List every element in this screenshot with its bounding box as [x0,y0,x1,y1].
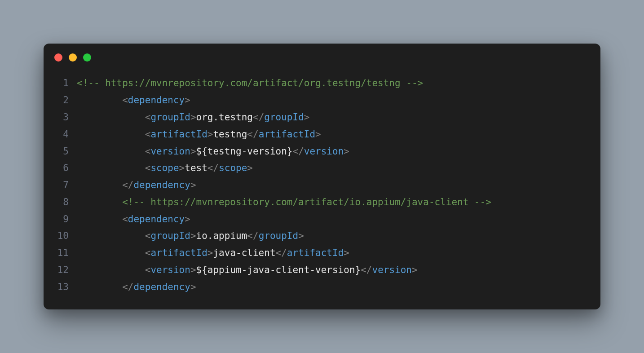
code-token: > [185,95,190,106]
code-token: artifactId [287,247,344,258]
code-token: ${testng-version} [196,146,293,157]
line-content: <artifactId>java-client</artifactId> [77,245,590,262]
code-token: dependency [133,180,190,190]
code-line: 8 <!-- https://mvnrepository.com/artifac… [54,194,590,211]
line-number: 1 [54,75,77,92]
code-token: > [344,247,349,258]
code-token: version [150,265,190,275]
code-token: test [185,163,207,173]
line-number: 8 [54,194,77,211]
line-content: <!-- https://mvnrepository.com/artifact/… [77,194,590,211]
code-token: > [190,180,196,190]
code-token: groupId [264,112,304,123]
code-token: artifactId [150,129,207,140]
code-token: version [304,146,344,157]
code-token: > [207,247,213,258]
code-line: 10 <groupId>io.appium</groupId> [54,228,590,245]
line-number: 2 [54,92,77,109]
line-content: </dependency> [77,177,590,194]
code-token: > [207,129,213,140]
code-line: 13 </dependency> [54,279,590,296]
line-content: <groupId>org.testng</groupId> [77,109,590,126]
code-token: < [145,265,151,275]
code-token: <!-- https://mvnrepository.com/artifact/… [122,197,491,207]
code-token: groupId [150,230,190,241]
code-token: testng [213,129,247,140]
code-line: 11 <artifactId>java-client</artifactId> [54,245,590,262]
code-line: 12 <version>${appium-java-client-version… [54,262,590,279]
line-number: 12 [54,262,77,279]
code-token: java-client [213,247,275,258]
code-token: > [179,163,185,173]
code-token: < [145,247,151,258]
code-token: > [315,129,321,140]
code-line: 7 </dependency> [54,177,590,194]
code-token: > [190,265,196,275]
code-token: > [344,146,349,157]
code-line: 4 <artifactId>testng</artifactId> [54,126,590,143]
code-token: < [145,230,151,241]
line-number: 5 [54,143,77,160]
code-line: 2 <dependency> [54,92,590,109]
code-token: dependency [128,214,185,225]
code-line: 1<!-- https://mvnrepository.com/artifact… [54,75,590,92]
code-token: org.testng [196,112,253,123]
code-token: <!-- https://mvnrepository.com/artifact/… [77,78,423,88]
code-token: > [185,214,190,225]
code-token: </ [122,282,133,292]
line-number: 10 [54,228,77,245]
code-token: </ [292,146,304,157]
code-token: scope [219,163,247,173]
line-content: <version>${testng-version}</version> [77,143,590,160]
code-token: artifactId [259,129,315,140]
minimize-dot[interactable] [69,53,77,62]
close-dot[interactable] [54,53,62,62]
code-token: < [145,129,151,140]
line-content: <version>${appium-java-client-version}</… [77,262,590,279]
maximize-dot[interactable] [83,53,91,62]
line-content: <dependency> [77,92,590,109]
code-token: > [304,112,310,123]
code-token: groupId [150,112,190,123]
code-token: < [145,146,151,157]
code-token: dependency [128,95,185,106]
code-token: > [412,265,418,275]
line-content: <scope>test</scope> [77,160,590,177]
code-token: io.appium [196,230,247,241]
code-token: version [150,146,190,157]
code-token: scope [150,163,179,173]
code-token: < [122,214,128,225]
code-token: artifactId [150,247,207,258]
code-line: 5 <version>${testng-version}</version> [54,143,590,160]
code-token: </ [122,180,133,190]
line-number: 6 [54,160,77,177]
line-content: </dependency> [77,279,590,296]
line-number: 7 [54,177,77,194]
code-line: 9 <dependency> [54,211,590,228]
line-content: <!-- https://mvnrepository.com/artifact/… [77,75,590,92]
code-token: > [190,282,196,292]
code-token: ${appium-java-client-version} [196,265,361,275]
line-content: <groupId>io.appium</groupId> [77,228,590,245]
code-token: </ [247,230,258,241]
code-token: < [145,112,151,123]
line-content: <dependency> [77,211,590,228]
line-number: 3 [54,109,77,126]
code-token: < [122,95,128,106]
code-token: </ [361,265,372,275]
code-token: groupId [259,230,299,241]
code-token: > [298,230,304,241]
code-window: 1<!-- https://mvnrepository.com/artifact… [44,44,600,309]
code-token: </ [253,112,264,123]
code-token: </ [247,129,258,140]
code-token: < [145,163,151,173]
line-number: 13 [54,279,77,296]
code-token: > [190,146,196,157]
code-editor[interactable]: 1<!-- https://mvnrepository.com/artifact… [44,67,600,309]
code-token: </ [207,163,219,173]
code-token: dependency [133,282,190,292]
window-titlebar [44,44,600,67]
code-token: > [190,230,196,241]
code-token: > [190,112,196,123]
code-token: version [372,265,412,275]
